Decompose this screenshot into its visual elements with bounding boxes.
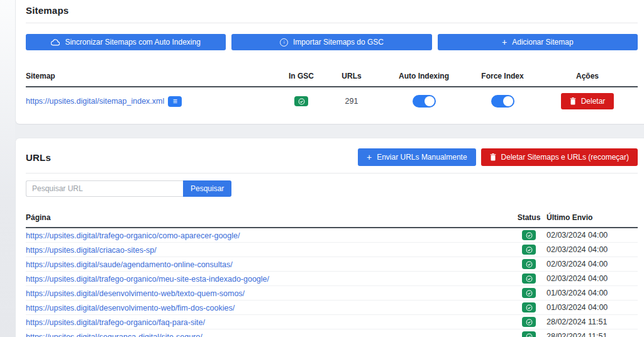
status-check-badge — [522, 273, 536, 284]
last-sent-date: 02/03/2024 04:00 — [547, 231, 638, 240]
last-sent-date: 01/03/2024 04:00 — [547, 289, 638, 297]
page-url-link[interactable]: https://upsites.digital/trafego-organico… — [26, 231, 240, 240]
sitemaps-table-header: Sitemap In GSC URLs Auto Indexing Force … — [26, 72, 638, 87]
url-table-row: https://upsites.digital/seguranca-digita… — [26, 329, 638, 337]
last-sent-date: 28/02/2024 11:51 — [547, 332, 638, 337]
page-url-link[interactable]: https://upsites.digital/seguranca-digita… — [26, 333, 203, 337]
check-circle-icon — [526, 232, 533, 239]
sitemaps-title: Sitemaps — [26, 5, 638, 16]
auto-indexing-toggle[interactable] — [413, 95, 436, 108]
sitemaps-card: Sitemaps Sincronizar Sitemaps com Auto I… — [16, 0, 644, 124]
import-sitemaps-label: Importar Sitemaps do GSC — [293, 38, 384, 47]
header-urls: URLs — [323, 72, 380, 80]
trash-icon — [490, 153, 496, 161]
url-table-row: https://upsites.digital/criacao-sites-sp… — [26, 243, 638, 257]
import-icon: ↓ — [280, 38, 288, 47]
status-check-badge — [522, 245, 536, 255]
check-circle-icon — [526, 304, 533, 311]
header-in-gsc: In GSC — [279, 72, 323, 80]
page-url-link[interactable]: https://upsites.digital/trafego-organico… — [26, 318, 205, 327]
last-sent-date: 28/02/2024 11:51 — [547, 318, 638, 326]
delete-sitemap-label: Deletar — [581, 97, 606, 106]
urls-table-header: Página Status Último Envio — [26, 213, 638, 228]
sitemap-row: https://upsites.digital/sitemap_index.xm… — [26, 87, 638, 109]
url-table-row: https://upsites.digital/desenvolvimento-… — [26, 286, 638, 301]
status-check-badge — [522, 259, 536, 269]
header-acoes: Ações — [537, 72, 638, 80]
status-check-badge — [522, 331, 536, 337]
sync-sitemaps-label: Sincronizar Sitemaps com Auto Indexing — [65, 38, 200, 47]
plus-icon: + — [502, 38, 507, 47]
header-auto-indexing: Auto Indexing — [380, 72, 468, 80]
url-table-row: https://upsites.digital/desenvolvimento-… — [26, 301, 638, 315]
delete-sitemap-button[interactable]: Deletar — [561, 93, 614, 109]
url-table-row: https://upsites.digital/trafego-organico… — [26, 228, 638, 243]
status-check-badge — [522, 317, 536, 327]
trash-icon — [570, 97, 576, 105]
check-circle-icon — [526, 290, 533, 297]
header-status: Status — [511, 213, 547, 222]
send-urls-label: Enviar URLs Manualmente — [377, 153, 467, 162]
status-check-badge — [522, 302, 536, 312]
sitemaps-button-row: Sincronizar Sitemaps com Auto Indexing ↓… — [26, 34, 638, 50]
header-pagina: Página — [26, 213, 511, 222]
search-row: Pesquisar — [26, 180, 638, 197]
header-force-index: Force Index — [468, 72, 537, 80]
last-sent-date: 02/03/2024 04:00 — [547, 245, 638, 254]
sitemaps-table: Sitemap In GSC URLs Auto Indexing Force … — [26, 72, 638, 109]
search-button[interactable]: Pesquisar — [183, 180, 231, 197]
page-url-link[interactable]: https://upsites.digital/saude/agendament… — [26, 260, 233, 269]
sync-sitemaps-button[interactable]: Sincronizar Sitemaps com Auto Indexing — [26, 34, 226, 50]
status-check-badge — [522, 288, 536, 298]
check-circle-icon — [298, 98, 305, 105]
urls-count: 291 — [345, 97, 358, 106]
page-url-link[interactable]: https://upsites.digital/desenvolvimento-… — [26, 304, 235, 312]
check-circle-icon — [526, 246, 533, 253]
check-circle-icon — [526, 319, 533, 326]
import-sitemaps-button[interactable]: ↓ Importar Sitemaps do GSC — [231, 34, 431, 50]
search-url-input[interactable] — [26, 180, 183, 197]
urls-card: URLs + Enviar URLs Manualmente Deletar S… — [16, 138, 644, 337]
cloud-sync-icon — [51, 39, 60, 46]
url-table-row: https://upsites.digital/trafego-organico… — [26, 315, 638, 329]
urls-table-body: https://upsites.digital/trafego-organico… — [26, 228, 638, 337]
page-url-link[interactable]: https://upsites.digital/trafego-organico… — [26, 275, 269, 284]
add-sitemap-label: Adicionar Sitemap — [512, 38, 573, 47]
url-table-row: https://upsites.digital/saude/agendament… — [26, 257, 638, 272]
sitemap-list-badge[interactable]: ≡ — [168, 96, 182, 107]
delete-all-label: Deletar Sitemaps e URLs (recomeçar) — [501, 153, 629, 162]
add-sitemap-button[interactable]: + Adicionar Sitemap — [438, 34, 638, 50]
send-urls-button[interactable]: + Enviar URLs Manualmente — [358, 148, 476, 166]
divider — [26, 173, 638, 174]
last-sent-date: 02/03/2024 04:00 — [547, 260, 638, 268]
delete-all-button[interactable]: Deletar Sitemaps e URLs (recomeçar) — [481, 148, 638, 166]
divider — [26, 23, 638, 23]
toggle-knob — [425, 96, 435, 106]
toggle-knob — [503, 96, 513, 106]
in-gsc-check-badge — [294, 96, 308, 106]
last-sent-date: 01/03/2024 04:00 — [547, 303, 638, 312]
check-circle-icon — [526, 275, 533, 282]
plus-icon: + — [367, 153, 372, 162]
force-index-toggle[interactable] — [491, 95, 514, 108]
check-circle-icon — [526, 261, 533, 268]
header-ultimo-envio: Último Envio — [547, 213, 638, 222]
page-url-link[interactable]: https://upsites.digital/desenvolvimento-… — [26, 289, 245, 298]
page-url-link[interactable]: https://upsites.digital/criacao-sites-sp… — [26, 246, 157, 255]
urls-table: Página Status Último Envio https://upsit… — [26, 213, 638, 337]
header-sitemap: Sitemap — [26, 72, 279, 80]
url-table-row: https://upsites.digital/trafego-organico… — [26, 272, 638, 286]
status-check-badge — [522, 230, 536, 240]
check-circle-icon — [526, 333, 533, 337]
sitemap-url-link[interactable]: https://upsites.digital/sitemap_index.xm… — [26, 97, 164, 106]
urls-header: URLs + Enviar URLs Manualmente Deletar S… — [26, 148, 638, 166]
urls-title: URLs — [26, 152, 51, 163]
last-sent-date: 02/03/2024 04:00 — [547, 274, 638, 283]
urls-actions: + Enviar URLs Manualmente Deletar Sitema… — [358, 148, 638, 166]
